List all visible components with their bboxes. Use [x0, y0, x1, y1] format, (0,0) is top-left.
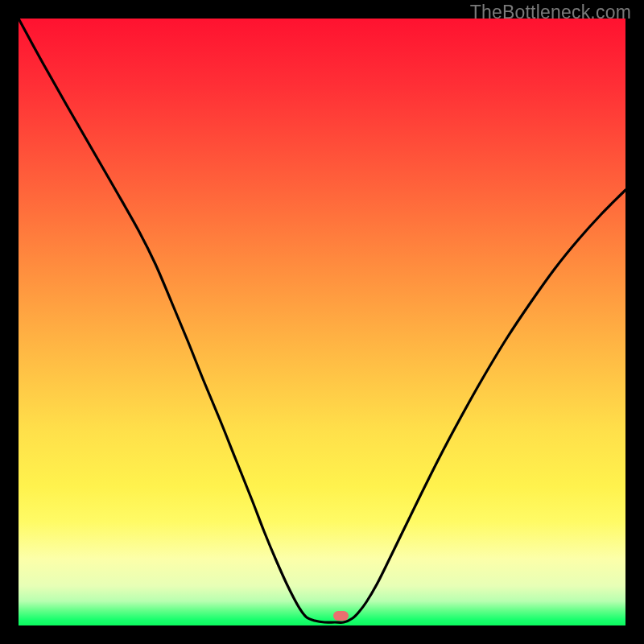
bottleneck-curve	[19, 19, 625, 625]
plot-area	[19, 19, 625, 625]
minimum-marker	[333, 611, 349, 621]
watermark-text: TheBottleneck.com	[470, 2, 631, 23]
chart-stage: TheBottleneck.com	[0, 0, 644, 644]
curve-path	[19, 19, 625, 622]
